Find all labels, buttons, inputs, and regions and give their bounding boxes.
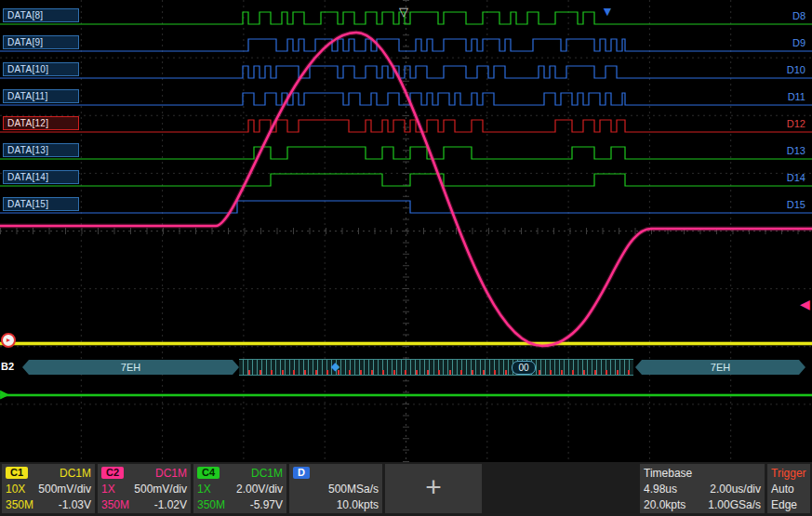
trigger-title: Trigger [771, 467, 806, 480]
c4-bandwidth: 350M [197, 498, 225, 511]
timebase-title: Timebase [644, 467, 692, 480]
trigger-source-marker-icon[interactable]: ▸ [1, 333, 16, 348]
c2-badge: C2 [101, 467, 124, 479]
bus-marker-diamond-icon[interactable]: ◆ [331, 361, 339, 372]
c1-attenuation: 10X [6, 483, 25, 496]
bus-busy-region [239, 359, 633, 376]
digital-channel-label-d14[interactable]: DATA[14] [3, 170, 79, 184]
c4-attenuation: 1X [197, 483, 211, 496]
digital-channel-tag-d15[interactable]: D15 [787, 199, 805, 211]
bus-segment-right-value: 7EH [711, 362, 730, 373]
digital-channel-label-d15[interactable]: DATA[15] [3, 197, 79, 211]
bus-label[interactable]: B2 [1, 361, 14, 372]
d-sample-rate: 500MSa/s [328, 483, 379, 496]
c2-scale: 500mV/div [134, 483, 187, 496]
digital-channel-tag-d14[interactable]: D14 [787, 172, 805, 184]
c2-offset: -1.02V [154, 498, 187, 511]
digital-channel-tag-d8[interactable]: D8 [792, 10, 805, 22]
bus-value-mid: 00 [512, 361, 536, 375]
timebase-points: 20.0kpts [644, 498, 686, 511]
c1-scale: 500mV/div [38, 483, 91, 496]
d-points: 10.0kpts [337, 498, 379, 511]
c1-badge: C1 [6, 467, 28, 479]
digital-channel-label-d12[interactable]: DATA[12] [3, 116, 79, 130]
crosshair-icon: + [425, 473, 442, 501]
trigger-level-marker-icon[interactable]: ◀ [800, 298, 810, 311]
digital-channel-tag-d11[interactable]: D11 [788, 91, 805, 103]
d-badge: D [293, 467, 310, 479]
trigger-box[interactable]: Trigger Auto Edge [767, 464, 810, 513]
digital-channel-tag-d12[interactable]: D12 [787, 118, 805, 130]
digital-channel-label-d10[interactable]: DATA[10] [3, 62, 79, 76]
bus-segment-left-value: 7EH [121, 362, 140, 373]
c2-bandwidth: 350M [101, 498, 129, 511]
digital-channel-label-d13[interactable]: DATA[13] [3, 143, 79, 157]
bus-segment-right[interactable]: 7EH [635, 360, 805, 375]
digital-channel-tag-d13[interactable]: D13 [787, 145, 805, 157]
c2-attenuation: 1X [101, 483, 115, 496]
channel-box-c4[interactable]: C4 DC1M 1X 2.00V/div 350M -5.97V [193, 464, 286, 513]
c4-scale: 2.00V/div [236, 483, 283, 496]
trigger-mode: Auto [771, 483, 794, 496]
digital-channel-label-d8[interactable]: DATA[8] [3, 8, 79, 22]
channel-box-c2[interactable]: C2 DC1M 1X 500mV/div 350M -1.02V [98, 464, 191, 513]
digital-box[interactable]: D 500MSa/s 10.0kpts [289, 464, 382, 513]
c1-offset: -1.03V [59, 498, 91, 511]
waveform-display: DATA[8]DATA[9]DATA[10]DATA[11]DATA[12]DA… [0, 0, 812, 462]
c1-coupling: DC1M [60, 467, 91, 480]
timebase-scale: 2.00us/div [710, 483, 761, 496]
trace-canvas [0, 0, 812, 462]
bus-segment-left[interactable]: 7EH [22, 360, 239, 375]
digital-channel-label-d9[interactable]: DATA[9] [3, 35, 79, 49]
oscilloscope-screen: DATA[8]DATA[9]DATA[10]DATA[11]DATA[12]DA… [0, 0, 812, 516]
trigger-position-icon[interactable]: ▽ [399, 6, 408, 18]
digital-channel-tag-d10[interactable]: D10 [787, 64, 805, 76]
trigger-source-marker-arrow: ▸ [7, 337, 10, 344]
c2-coupling: DC1M [155, 467, 187, 480]
timebase-box[interactable]: Timebase 4.98us 2.00us/div 20.0kpts 1.00… [640, 464, 765, 513]
status-bar: C1 DC1M 10X 500mV/div 350M -1.03V C2 DC1… [0, 462, 812, 516]
c4-offset: -5.97V [250, 498, 283, 511]
digital-channel-tag-d9[interactable]: D9 [792, 37, 805, 49]
timebase-rate: 1.00GSa/s [708, 498, 761, 511]
digital-channel-label-d11[interactable]: DATA[11] [3, 89, 79, 103]
c4-badge: C4 [197, 467, 220, 479]
c4-offset-marker-icon[interactable]: ▶ [0, 388, 9, 400]
c1-bandwidth: 350M [6, 498, 33, 511]
add-channel-panel[interactable]: + [385, 464, 482, 513]
digital-trace-d12 [0, 120, 812, 132]
timebase-delay: 4.98us [644, 483, 677, 496]
c4-coupling: DC1M [251, 467, 283, 480]
trigger-type: Edge [771, 498, 797, 511]
digital-trigger-position-icon[interactable]: ▼ [601, 5, 614, 18]
channel-box-c1[interactable]: C1 DC1M 10X 500mV/div 350M -1.03V [2, 464, 95, 513]
